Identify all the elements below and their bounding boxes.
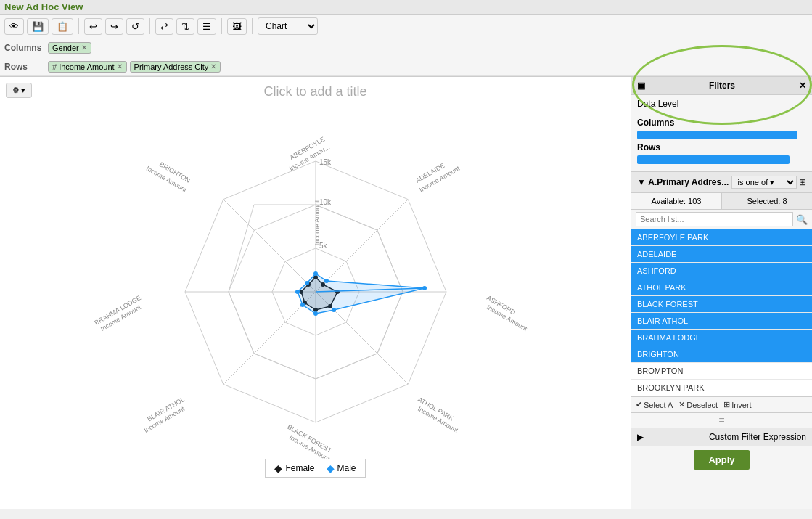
svg-point-33 [305,281,309,285]
selected-count: Selected: 8 [747,197,787,205]
filter-item-brompton[interactable]: BROMPTON [631,363,812,380]
filter-item-black-forest[interactable]: BLACK FOREST [631,296,812,313]
apply-button[interactable]: Apply [694,450,749,470]
filters-icon: ▣ [637,81,645,91]
filter-operator-select[interactable]: is one of ▾ is not one of equals [731,176,797,189]
select-all-label: Select A [644,401,673,409]
svg-point-27 [324,279,329,283]
filter-item-aberfoyle-park[interactable]: ABERFOYLE PARK [631,229,812,246]
svg-line-7 [223,200,316,292]
filter-rows-bar [637,155,790,164]
filter-actions-bar: ✔ Select A ✕ Deselect ⊞ Invert [631,396,812,413]
filter-search-input[interactable] [636,212,793,226]
filter-list[interactable]: ABERFOYLE PARK ADELAIDE ASHFORD ATHOL PA… [631,229,812,396]
filter-field-name: A.Primary Addres... [648,177,729,187]
collapse-arrow-icon[interactable]: ▼ [637,177,646,187]
filter-rows-label: Rows [637,142,806,152]
filter-search-bar: 🔍 [631,210,812,229]
primary-address-tag-text: Primary Address City [134,62,209,71]
radar-chart: 5k 10k 15k Income Amount [83,110,548,459]
primary-address-tag-close[interactable]: ✕ [210,62,216,70]
image-button[interactable]: 🖼 [227,18,247,35]
filters-header: ▣ Filters ✕ [631,77,812,95]
switch-view-button[interactable]: ⇄ [155,18,173,35]
custom-filter-section[interactable]: ▶ Custom Filter Expression [631,428,812,446]
svg-text:10k: 10k [319,198,332,206]
svg-point-29 [332,308,336,312]
select-all-button[interactable]: ✔ Select A [636,400,673,409]
custom-filter-label: Custom Filter Expression [709,432,806,442]
deselect-button[interactable]: ✕ Deselect [678,400,718,409]
save-as-button[interactable]: 📋 [52,18,73,35]
save-button[interactable]: 💾 [27,18,49,35]
filter-item-brighton[interactable]: BRIGHTON [631,346,812,363]
available-count: Available: 103 [652,197,702,205]
filter-item-adelaide[interactable]: ADELAIDE [631,246,812,263]
app-title: New Ad Hoc View [4,1,83,12]
undo-button[interactable]: ↩ [84,18,102,35]
invert-button[interactable]: ⊞ Invert [723,400,752,409]
female-legend-label: Female [285,463,314,473]
gender-tag-close[interactable]: ✕ [81,44,87,52]
data-level-label: Data Level [637,99,678,109]
filters-title: Filters [709,81,735,91]
filters-panel: ▣ Filters ✕ Data Level Columns Rows ▼ A.… [631,77,812,509]
gender-tag-text: Gender [52,44,79,52]
svg-marker-25 [298,274,425,314]
drag-handle[interactable]: = [631,413,812,428]
svg-point-32 [295,290,300,294]
filter-item-blair-athol[interactable]: BLAIR ATHOL [631,313,812,330]
filter-item-athol-park[interactable]: ATHOL PARK [631,279,812,296]
view-button[interactable]: 👁 [4,18,24,35]
gender-tag[interactable]: Gender ✕ [48,42,91,54]
drag-handle-icon: = [718,414,724,426]
legend-male: ◆ Male [327,462,356,474]
separator-1 [78,18,79,34]
filter-counts-bar: Available: 103 Selected: 8 [631,193,812,210]
fields-bar: Columns Gender ✕ Rows # Income Amount ✕ … [0,38,812,77]
svg-text:Income Amount: Income Amount [313,200,321,245]
separator-2 [149,18,150,34]
redo-button[interactable]: ↪ [105,18,123,35]
canvas-area: ⚙ ▾ Click to add a title [0,77,631,509]
invert-label: Invert [731,401,752,409]
income-amount-tag-close[interactable]: ✕ [117,62,123,70]
male-legend-icon: ◆ [327,462,335,474]
filters-columns-section: Columns Rows [631,113,812,172]
primary-address-tag[interactable]: Primary Address City ✕ [130,61,221,73]
columns-label: Columns [4,43,48,53]
hash-icon: # [52,62,57,71]
radar-chart-container: 5k 10k 15k Income Amount [0,99,631,488]
search-icon: 🔍 [796,214,808,225]
filter-item-brooklyn-park[interactable]: BROOKLYN PARK [631,380,812,396]
top-bar: New Ad Hoc View [0,0,812,15]
rows-label: Rows [4,62,48,72]
summary-button[interactable]: ☰ [197,18,216,35]
expand-arrow-icon: ▶ [637,432,644,442]
deselect-label: Deselect [686,401,718,409]
filters-close-icon[interactable]: ✕ [799,81,806,91]
settings-dropdown-icon: ▾ [21,86,25,95]
filter-item-brahma-lodge[interactable]: BRAHMA LODGE [631,330,812,346]
chart-title[interactable]: Click to add a title [0,84,631,99]
income-amount-tag-text: Income Amount [59,62,114,71]
invert-icon: ⊞ [723,400,730,409]
selected-count-tab[interactable]: Selected: 8 [722,193,812,209]
female-legend-icon: ◆ [274,462,282,474]
svg-point-26 [313,271,318,276]
chart-legend: ◆ Female ◆ Male [265,459,365,478]
filter-options-icon[interactable]: ⊞ [799,177,806,187]
svg-line-1 [316,200,408,292]
income-amount-tag[interactable]: # Income Amount ✕ [48,61,127,73]
filter-condition-bar: ▼ A.Primary Addres... is one of ▾ is not… [631,172,812,193]
available-count-tab[interactable]: Available: 103 [631,193,722,209]
chart-type-select[interactable]: Chart Table Crosstab [258,17,318,35]
sort-button[interactable]: ⇅ [176,18,194,35]
separator-4 [252,18,253,34]
filter-item-ashford[interactable]: ASHFORD [631,263,812,279]
filters-data-level: Data Level [631,95,812,113]
checkmark-icon: ✔ [636,400,642,409]
columns-row: Columns Gender ✕ [0,38,812,57]
refresh-button[interactable]: ↺ [126,18,144,35]
settings-button[interactable]: ⚙ ▾ [6,83,32,98]
